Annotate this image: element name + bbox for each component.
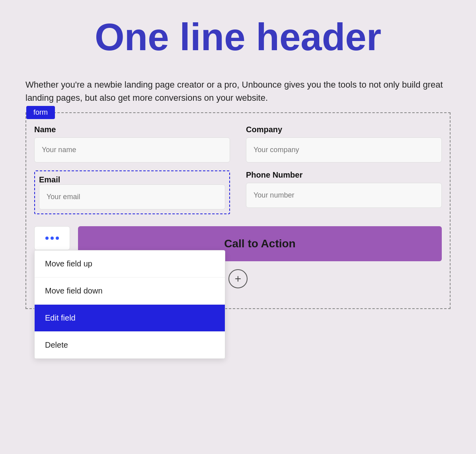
form-container: form Name Company Email Phone Number — [25, 112, 451, 309]
email-field-selected: Email — [34, 170, 230, 214]
page-title: One line header — [0, 16, 476, 58]
name-label: Name — [34, 125, 230, 134]
body-text: Whether you're a newbie landing page cre… — [0, 66, 476, 112]
name-field: Name — [34, 125, 230, 162]
dot-1 — [45, 237, 49, 240]
page-header: One line header — [0, 0, 476, 66]
company-label: Company — [246, 125, 442, 134]
ellipsis-button[interactable] — [34, 226, 70, 250]
form-badge: form — [26, 106, 55, 119]
email-input[interactable] — [39, 184, 225, 209]
name-input[interactable] — [34, 137, 230, 162]
company-field: Company — [246, 125, 442, 162]
form-grid: Name Company Email Phone Number — [34, 125, 442, 214]
dropdown-menu: Move field up Move field down Edit field… — [34, 250, 225, 359]
phone-field: Phone Number — [246, 170, 442, 214]
dot-2 — [51, 237, 54, 240]
email-label: Email — [39, 175, 60, 184]
dot-3 — [56, 237, 59, 240]
company-input[interactable] — [246, 137, 442, 162]
dropdown-item-delete[interactable]: Delete — [35, 332, 225, 358]
dropdown-item-move-down[interactable]: Move field down — [35, 278, 225, 305]
bottom-row: Move field up Move field down Edit field… — [34, 222, 442, 261]
ellipsis-dots — [45, 237, 59, 240]
add-field-button[interactable]: + — [228, 269, 248, 288]
dropdown-item-move-up[interactable]: Move field up — [35, 250, 225, 278]
page-wrapper: One line header Whether you're a newbie … — [0, 0, 476, 309]
ellipsis-col: Move field up Move field down Edit field… — [34, 222, 70, 250]
phone-input[interactable] — [246, 183, 442, 208]
phone-label: Phone Number — [246, 170, 442, 180]
dropdown-item-edit[interactable]: Edit field — [35, 305, 225, 332]
